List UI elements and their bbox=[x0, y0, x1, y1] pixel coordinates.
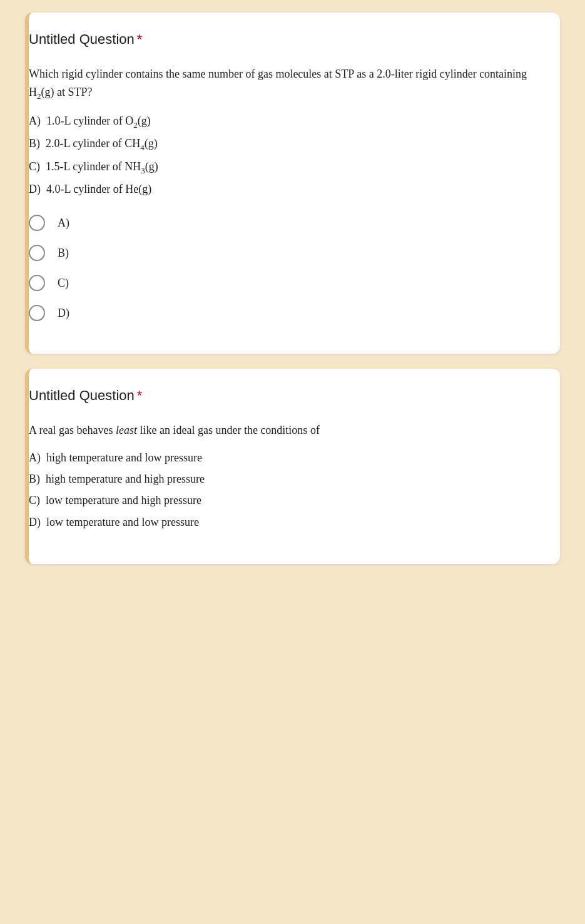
question-2-text: A real gas behaves least like an ideal g… bbox=[29, 421, 535, 439]
question-card-1: Untitled Question* Which rigid cylinder … bbox=[25, 13, 560, 354]
choice-2-a: A) high temperature and low pressure bbox=[29, 447, 535, 468]
question-1-title-text: Untitled Question bbox=[29, 31, 135, 47]
radio-option-1-d[interactable]: D) bbox=[29, 305, 535, 321]
question-2-choices: A) high temperature and low pressure B) … bbox=[29, 447, 535, 533]
radio-circle-1-b[interactable] bbox=[29, 245, 45, 261]
choice-2-c: C) low temperature and high pressure bbox=[29, 490, 535, 511]
page-wrapper: Untitled Question* Which rigid cylinder … bbox=[0, 0, 585, 924]
radio-label-1-d: D) bbox=[58, 307, 69, 320]
radio-option-1-b[interactable]: B) bbox=[29, 245, 535, 261]
question-1-choices: A) 1.0-L cylinder of O2(g) B) 2.0-L cyli… bbox=[29, 110, 535, 200]
radio-label-1-b: B) bbox=[58, 247, 69, 260]
question-card-2: Untitled Question* A real gas behaves le… bbox=[25, 369, 560, 564]
choice-2-d: D) low temperature and low pressure bbox=[29, 511, 535, 533]
question-2-title: Untitled Question* bbox=[29, 388, 535, 404]
question-1-body: Which rigid cylinder contains the same n… bbox=[29, 65, 535, 200]
question-2-body: A real gas behaves least like an ideal g… bbox=[29, 421, 535, 533]
radio-label-1-a: A) bbox=[58, 217, 69, 230]
question-1-radio-options: A) B) C) D) bbox=[29, 215, 535, 321]
question-1-text: Which rigid cylinder contains the same n… bbox=[29, 65, 535, 103]
choice-1-d: D) 4.0-L cylinder of He(g) bbox=[29, 178, 535, 200]
question-1-required: * bbox=[137, 31, 143, 47]
choice-1-b: B) 2.0-L cylinder of CH4(g) bbox=[29, 133, 535, 155]
radio-option-1-a[interactable]: A) bbox=[29, 215, 535, 231]
radio-label-1-c: C) bbox=[58, 277, 69, 290]
radio-circle-1-d[interactable] bbox=[29, 305, 45, 321]
choice-2-b: B) high temperature and high pressure bbox=[29, 468, 535, 490]
radio-circle-1-a[interactable] bbox=[29, 215, 45, 231]
question-2-required: * bbox=[137, 388, 143, 403]
question-2-title-text: Untitled Question bbox=[29, 388, 135, 403]
choice-1-c: C) 1.5-L cylinder of NH3(g) bbox=[29, 156, 535, 178]
question-1-title: Untitled Question* bbox=[29, 31, 535, 48]
radio-option-1-c[interactable]: C) bbox=[29, 275, 535, 291]
radio-circle-1-c[interactable] bbox=[29, 275, 45, 291]
choice-1-a: A) 1.0-L cylinder of O2(g) bbox=[29, 110, 535, 133]
